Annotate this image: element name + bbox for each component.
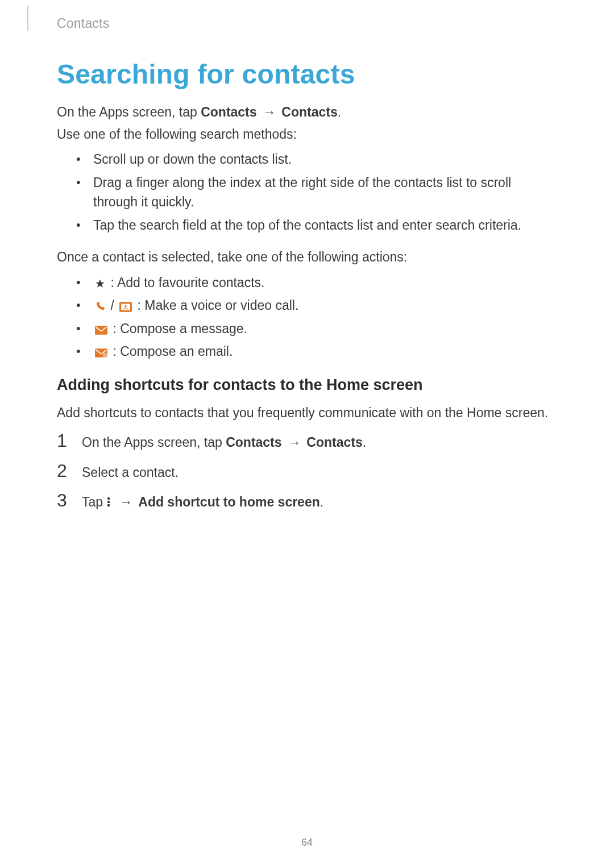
step-number: 3 <box>57 490 70 511</box>
text: : Add to favourite contacts. <box>107 275 264 290</box>
step-3: 3 Tap → Add shortcut to home screen. <box>57 490 557 512</box>
add-shortcut-label: Add shortcut to home screen <box>138 495 320 509</box>
step-body: Tap → Add shortcut to home screen. <box>82 492 323 512</box>
step-1: 1 On the Apps screen, tap Contacts → Con… <box>57 430 557 452</box>
intro-line-2: Use one of the following search methods: <box>57 124 557 144</box>
text: : Make a voice or video call. <box>134 298 298 313</box>
text: . <box>320 495 323 509</box>
contacts-tab-label: Contacts <box>281 105 337 119</box>
arrow-icon: → <box>288 435 301 450</box>
contacts-tab-label: Contacts <box>306 435 362 450</box>
list-item-email: @ : Compose an email. <box>76 342 557 362</box>
phone-icon <box>95 297 105 308</box>
text: On the Apps screen, tap <box>82 435 226 450</box>
step-number: 1 <box>57 430 70 451</box>
search-methods-list: Scroll up or down the contacts list. Dra… <box>57 149 557 235</box>
contacts-app-label: Contacts <box>226 435 281 450</box>
text: / <box>107 298 118 313</box>
contacts-app-label: Contacts <box>201 105 256 119</box>
text: Tap <box>82 495 106 509</box>
list-item: Scroll up or down the contacts list. <box>76 149 557 169</box>
step-2: 2 Select a contact. <box>57 460 557 483</box>
list-item-favourite: : Add to favourite contacts. <box>76 273 557 293</box>
after-methods: Once a contact is selected, take one of … <box>57 247 557 267</box>
email-icon: @ <box>95 344 107 354</box>
svg-marker-0 <box>96 279 105 287</box>
text: . <box>338 105 341 119</box>
arrow-icon: → <box>263 105 276 119</box>
message-icon <box>95 321 107 331</box>
arrow-icon: → <box>119 495 132 509</box>
list-item: Drag a finger along the index at the rig… <box>76 173 557 212</box>
video-call-icon <box>119 298 132 308</box>
page-number: 64 <box>0 837 614 849</box>
subsection-heading: Adding shortcuts for contacts to the Hom… <box>57 376 557 394</box>
text: : Compose a message. <box>109 321 247 336</box>
text: . <box>363 435 366 450</box>
steps-list: 1 On the Apps screen, tap Contacts → Con… <box>57 430 557 512</box>
step-body: Select a contact. <box>82 463 179 483</box>
breadcrumb: Contacts <box>57 16 557 31</box>
more-options-icon <box>107 496 111 508</box>
svg-rect-4 <box>95 326 107 335</box>
header-cut-mark <box>20 6 28 31</box>
step-body: On the Apps screen, tap Contacts → Conta… <box>82 433 366 452</box>
svg-text:@: @ <box>103 354 107 357</box>
subsection-body: Add shortcuts to contacts that you frequ… <box>57 403 557 423</box>
page-title: Searching for contacts <box>57 59 557 90</box>
text: On the Apps screen, tap <box>57 105 201 119</box>
star-icon <box>95 275 105 285</box>
step-number: 2 <box>57 460 70 481</box>
actions-list: : Add to favourite contacts. / : Make a … <box>57 273 557 362</box>
list-item-call: / : Make a voice or video call. <box>76 296 557 315</box>
text: : Compose an email. <box>109 344 233 359</box>
page: Contacts Searching for contacts On the A… <box>0 0 614 868</box>
svg-point-3 <box>125 305 126 307</box>
intro-line-1: On the Apps screen, tap Contacts → Conta… <box>57 102 557 122</box>
list-item-message: : Compose a message. <box>76 319 557 339</box>
list-item: Tap the search field at the top of the c… <box>76 215 557 235</box>
